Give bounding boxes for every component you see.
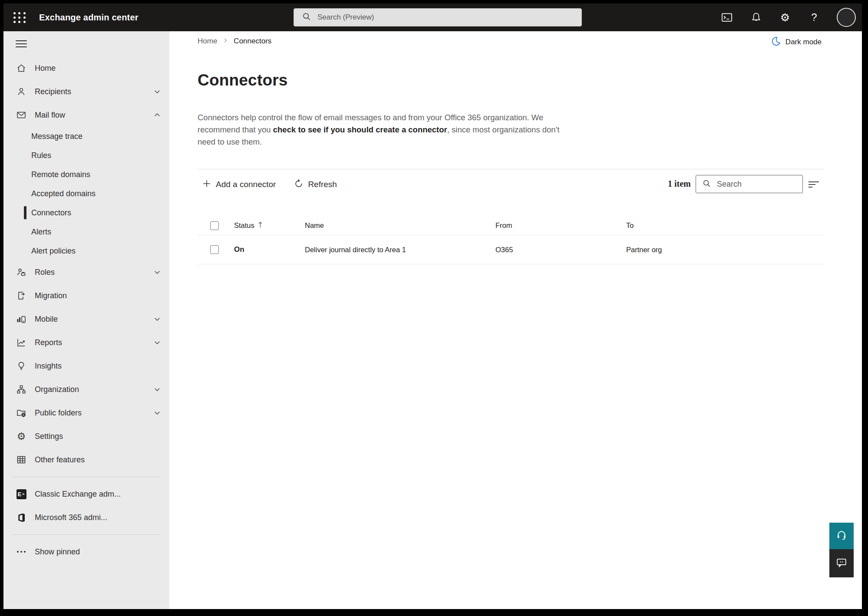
sidebar-item-microsoft-365-admin[interactable]: Microsoft 365 admi... <box>3 506 169 529</box>
sidebar-item-message-trace[interactable]: Message trace <box>3 127 169 146</box>
sidebar-item-reports[interactable]: Reports <box>3 331 169 354</box>
sidebar-divider <box>12 534 161 535</box>
page-title: Connectors <box>198 71 288 89</box>
help-support-button[interactable] <box>829 523 854 549</box>
sidebar-item-classic-exchange-admin[interactable]: E✕ Classic Exchange adm... <box>3 482 169 506</box>
column-header-from[interactable]: From <box>495 221 626 230</box>
breadcrumb-chevron-icon <box>222 37 228 46</box>
list-search-box[interactable] <box>696 175 803 193</box>
global-search-box[interactable] <box>294 8 582 26</box>
sidebar-item-label: Migration <box>35 291 162 300</box>
headset-icon <box>836 530 847 543</box>
org-chart-icon <box>16 384 27 395</box>
chat-bubble-icon <box>836 557 847 570</box>
terminal-icon[interactable] <box>720 11 733 24</box>
sidebar-item-connectors[interactable]: Connectors <box>3 203 169 222</box>
moon-icon <box>771 36 781 48</box>
sidebar-item-roles[interactable]: Roles <box>3 260 169 284</box>
notifications-bell-icon[interactable] <box>749 11 762 24</box>
chevron-down-icon <box>153 268 162 277</box>
sidebar-item-rules[interactable]: Rules <box>3 146 169 165</box>
chevron-down-icon <box>153 315 162 323</box>
select-all-checkbox[interactable] <box>210 221 219 230</box>
sidebar-item-label: Public folders <box>35 408 153 418</box>
refresh-button[interactable]: Refresh <box>290 176 341 193</box>
sidebar-item-label: Insights <box>35 362 162 371</box>
sidebar-item-insights[interactable]: Insights <box>3 354 169 378</box>
sidebar-item-label: Remote domains <box>31 170 169 179</box>
home-icon <box>16 63 27 74</box>
sidebar-item-label: Roles <box>35 268 153 277</box>
exchange-logo-icon: E✕ <box>16 488 27 500</box>
sidebar-item-label: Reports <box>35 338 153 347</box>
column-header-to[interactable]: To <box>626 221 824 230</box>
help-icon[interactable]: ? <box>808 11 821 24</box>
list-toolbar: Add a connector Refresh <box>198 175 341 194</box>
add-connector-label: Add a connector <box>216 180 276 189</box>
refresh-icon <box>294 179 304 191</box>
nav-collapse-hamburger-icon[interactable] <box>16 38 27 49</box>
plus-icon <box>202 179 211 191</box>
list-search-input[interactable] <box>716 179 790 189</box>
dark-mode-toggle[interactable]: Dark mode <box>771 36 822 48</box>
sidebar-item-label: Mail flow <box>35 111 153 120</box>
main-content: Home Connectors Dark mode Connectors Con… <box>169 31 862 609</box>
sidebar-item-remote-domains[interactable]: Remote domains <box>3 165 169 184</box>
mobile-icon <box>16 313 27 325</box>
chevron-up-icon <box>153 111 162 119</box>
sort-filter-icon[interactable] <box>807 178 822 191</box>
toolbar-divider <box>198 169 824 169</box>
topbar-actions: ⚙ ? <box>720 3 856 31</box>
row-checkbox[interactable] <box>210 245 219 254</box>
breadcrumb-current[interactable]: Connectors <box>234 37 271 46</box>
column-header-status[interactable]: Status <box>234 221 254 230</box>
chevron-down-icon <box>153 338 162 347</box>
sidebar-item-other-features[interactable]: Other features <box>3 448 169 471</box>
breadcrumb: Home Connectors <box>198 37 271 46</box>
refresh-label: Refresh <box>308 180 337 189</box>
sidebar-item-show-pinned[interactable]: Show pinned <box>3 540 169 563</box>
sidebar-divider <box>12 477 161 477</box>
add-connector-button[interactable]: Add a connector <box>198 176 280 193</box>
sidebar-item-mail-flow[interactable]: Mail flow <box>3 103 169 127</box>
table-header-row: Status Name From To <box>198 216 824 235</box>
sidebar-item-mobile[interactable]: Mobile <box>3 307 169 331</box>
sidebar-item-settings[interactable]: ⚙ Settings <box>3 425 169 448</box>
sidebar-item-alerts[interactable]: Alerts <box>3 222 169 241</box>
sidebar-item-home[interactable]: Home <box>3 56 169 80</box>
sidebar-item-label: Home <box>35 64 162 73</box>
sidebar-item-label: Recipients <box>35 87 153 96</box>
feedback-chat-button[interactable] <box>829 549 854 577</box>
lightbulb-icon <box>16 360 27 372</box>
app-launcher-icon[interactable] <box>13 11 26 24</box>
roles-icon <box>16 267 27 278</box>
search-icon <box>702 179 711 190</box>
sidebar-item-recipients[interactable]: Recipients <box>3 80 169 103</box>
sidebar-item-public-folders[interactable]: Public folders <box>3 401 169 425</box>
sidebar-item-label: Show pinned <box>35 547 162 557</box>
global-search-input[interactable] <box>317 13 560 22</box>
chevron-down-icon <box>153 87 162 96</box>
settings-gear-icon[interactable]: ⚙ <box>779 11 792 24</box>
sidebar-item-organization[interactable]: Organization <box>3 378 169 401</box>
description-emphasis: check to see if you should create a conn… <box>273 125 447 134</box>
sort-ascending-icon <box>257 221 263 230</box>
app-window: Exchange admin center <box>3 3 862 609</box>
app-title: Exchange admin center <box>39 13 139 23</box>
page-description: Connectors help control the flow of emai… <box>198 112 571 148</box>
sidebar-item-label: Rules <box>31 151 169 160</box>
column-header-name[interactable]: Name <box>305 221 495 230</box>
table-grid-icon <box>16 454 27 465</box>
account-avatar[interactable] <box>837 8 856 27</box>
breadcrumb-home-link[interactable]: Home <box>198 37 217 46</box>
row-from: O365 <box>495 246 626 254</box>
row-name[interactable]: Deliver journal directly to Area 1 <box>305 246 495 254</box>
sidebar-item-label: Alerts <box>31 227 169 237</box>
sidebar-item-label: Mobile <box>35 315 153 324</box>
row-status: On <box>234 245 305 254</box>
sidebar-item-migration[interactable]: Migration <box>3 284 169 307</box>
sidebar-item-accepted-domains[interactable]: Accepted domains <box>3 184 169 203</box>
table-row[interactable]: On Deliver journal directly to Area 1 O3… <box>198 235 824 264</box>
chevron-down-icon <box>153 385 162 394</box>
sidebar-item-alert-policies[interactable]: Alert policies <box>3 241 169 260</box>
